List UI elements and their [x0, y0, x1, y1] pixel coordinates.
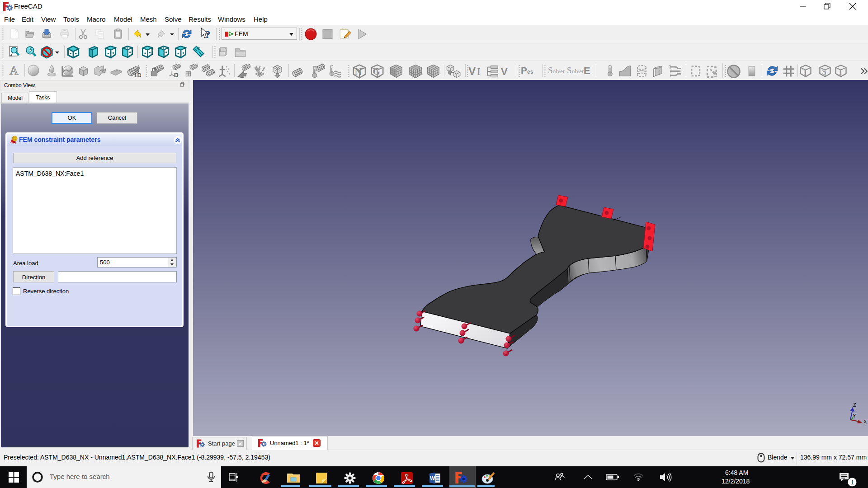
- svg-text:Z: Z: [853, 402, 856, 408]
- svg-text:S: S: [822, 67, 826, 76]
- svg-text:Y: Y: [853, 413, 856, 418]
- svg-text:T: T: [802, 67, 807, 76]
- svg-text:N: N: [355, 66, 362, 77]
- svg-text:T: T: [838, 67, 843, 76]
- svg-text:1: 1: [851, 479, 854, 486]
- svg-text:X: X: [863, 419, 867, 424]
- svg-text:W: W: [430, 475, 435, 482]
- svg-text:G: G: [373, 66, 380, 77]
